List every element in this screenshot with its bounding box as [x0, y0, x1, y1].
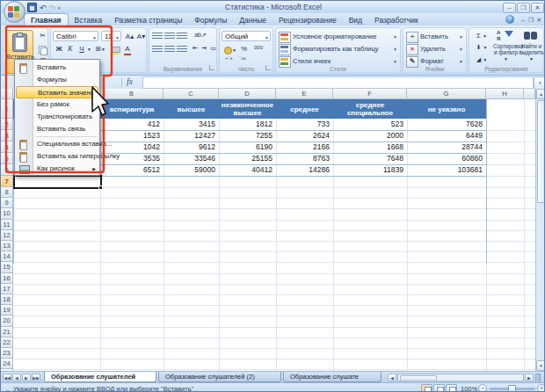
row-header-8[interactable]: 8: [1, 187, 13, 198]
row-header-15[interactable]: 15: [1, 262, 13, 272]
row-header-9[interactable]: 9: [1, 198, 13, 208]
row-header-24[interactable]: 24: [1, 359, 13, 369]
horizontal-scroll-thumb[interactable]: [400, 375, 437, 381]
table-header-cell[interactable]: высшее: [164, 99, 219, 119]
number-format-select[interactable]: Общий▼: [222, 31, 271, 41]
column-header-D[interactable]: D: [219, 89, 276, 99]
sheet-tab-1[interactable]: Образование слушателей: [44, 372, 156, 382]
styles-item-2[interactable]: Форматировать как таблицу▼: [279, 43, 397, 54]
zoom-in-icon[interactable]: +: [537, 384, 545, 392]
data-cell[interactable]: 1668: [333, 142, 407, 153]
view-page-layout-icon[interactable]: [433, 384, 445, 392]
clear-icon[interactable]: ◢ ▼: [471, 55, 492, 64]
sort-filter-button[interactable]: АЯ Сортировка и фильтр ▼: [493, 29, 519, 68]
font-name-select[interactable]: Calibri▼: [53, 31, 98, 41]
table-header-cell[interactable]: среднее: [276, 99, 333, 119]
column-header-H[interactable]: H: [486, 89, 524, 99]
row-header-4[interactable]: 4: [1, 142, 13, 153]
menu-item-вставить-связь[interactable]: Вставить связь: [16, 123, 98, 135]
orientation-icon[interactable]: ab↗: [192, 31, 209, 40]
scroll-down-icon[interactable]: ▼: [536, 360, 545, 371]
data-cell[interactable]: 7648: [333, 153, 407, 164]
fill-handle[interactable]: [98, 185, 103, 190]
bold-button[interactable]: Ж: [53, 44, 65, 54]
column-header-E[interactable]: E: [276, 89, 333, 99]
row-header-17[interactable]: 17: [1, 284, 13, 294]
autosum-icon[interactable]: Σ ▼: [471, 31, 492, 40]
last-sheet-icon[interactable]: ▶▶: [32, 374, 40, 381]
hscroll-right-icon[interactable]: ▶: [525, 374, 534, 381]
percent-icon[interactable]: %: [238, 44, 250, 54]
ribbon-tab-вид[interactable]: Вид: [343, 14, 368, 25]
horizontal-scrollbar[interactable]: [397, 374, 524, 381]
ribbon-tab-рецензирование[interactable]: Рецензирование: [272, 14, 343, 25]
align-left-icon[interactable]: [152, 46, 163, 54]
data-cell[interactable]: 7628: [407, 119, 486, 130]
workbook-minimize-icon[interactable]: –: [521, 17, 525, 23]
align-top-icon[interactable]: [152, 33, 163, 40]
decrease-decimal-icon[interactable]: ˙⁰⁰: [236, 55, 250, 64]
ribbon-tab-вставка[interactable]: Вставка: [69, 14, 109, 25]
data-cell[interactable]: 9612: [164, 142, 219, 153]
menu-item-вставить[interactable]: Вставить: [16, 62, 98, 74]
data-cell[interactable]: 12427: [164, 130, 219, 142]
expand-formula-bar-icon[interactable]: ▾: [534, 76, 545, 90]
borders-icon[interactable]: ⊞▼: [93, 44, 107, 54]
styles-item-3[interactable]: Стили ячеек▼: [279, 55, 397, 67]
row-header-6[interactable]: 6: [1, 164, 13, 176]
font-size-select[interactable]: 11▼: [101, 31, 121, 41]
row-header-20[interactable]: 20: [1, 316, 13, 326]
view-page-break-icon[interactable]: [446, 384, 457, 392]
table-header-cell[interactable]: аспирантура: [100, 99, 164, 119]
ribbon-tab-формулы[interactable]: Формулы: [188, 14, 233, 25]
row-header-3[interactable]: 3: [1, 130, 13, 142]
zoom-out-icon[interactable]: −: [478, 384, 487, 392]
vertical-scroll-thumb[interactable]: [537, 100, 545, 203]
menu-item-транспонировать[interactable]: Транспонировать: [16, 111, 98, 123]
menu-item-вставить-значения[interactable]: Вставить значения: [16, 86, 98, 98]
select-all-corner[interactable]: [1, 89, 13, 99]
row-header-12[interactable]: 12: [1, 230, 13, 241]
data-cell[interactable]: 7255: [219, 130, 276, 142]
data-cell[interactable]: 6190: [219, 142, 276, 153]
selected-cell[interactable]: [13, 175, 102, 189]
copy-icon[interactable]: [36, 43, 49, 55]
formula-input[interactable]: [142, 76, 534, 89]
data-cell[interactable]: 60860: [407, 153, 486, 164]
currency-icon[interactable]: ▼: [222, 44, 237, 46]
data-cell[interactable]: 40412: [219, 164, 276, 176]
prev-sheet-icon[interactable]: ◀: [12, 374, 21, 381]
fill-color-icon[interactable]: [109, 44, 121, 46]
row-header-14[interactable]: 14: [1, 251, 13, 262]
row-header-21[interactable]: 21: [1, 327, 13, 338]
insert-function-icon[interactable]: fx: [127, 76, 133, 86]
data-cell[interactable]: 6512: [100, 164, 164, 176]
styles-item-1[interactable]: Условное форматирование▼: [279, 31, 397, 42]
column-header-partial[interactable]: [524, 89, 535, 99]
row-header-11[interactable]: 11: [1, 220, 13, 230]
menu-item-без-рамок[interactable]: Без рамок: [16, 98, 98, 111]
align-right-icon[interactable]: [177, 46, 187, 54]
column-header-B[interactable]: B: [100, 89, 164, 99]
number-dialog-launcher[interactable]: [265, 65, 271, 70]
row-header-23[interactable]: 23: [1, 348, 13, 359]
merge-center-icon[interactable]: ▭: [207, 44, 219, 53]
workbook-close-icon[interactable]: ✕: [536, 17, 541, 24]
data-cell[interactable]: 11839: [333, 164, 407, 176]
ribbon-tab-данные[interactable]: Данные: [233, 14, 272, 25]
data-cell[interactable]: 28744: [407, 142, 486, 153]
first-sheet-icon[interactable]: ◀◀: [3, 374, 11, 381]
align-center-icon[interactable]: [164, 46, 175, 54]
row-header-22[interactable]: 22: [1, 338, 13, 348]
row-header-10[interactable]: 10: [1, 208, 13, 219]
data-cell[interactable]: 59000: [164, 164, 219, 176]
align-middle-icon[interactable]: [164, 33, 175, 40]
fill-icon[interactable]: ⬇ ▼: [471, 43, 492, 52]
data-cell[interactable]: 25155: [219, 153, 276, 164]
workbook-restore-icon[interactable]: ❐: [528, 17, 534, 24]
next-sheet-icon[interactable]: ▶: [22, 374, 31, 381]
find-select-button[interactable]: Найти и выделить ▼: [519, 29, 544, 68]
menu-item-формулы[interactable]: Формулы: [16, 74, 98, 86]
ribbon-tab-главная[interactable]: Главная: [24, 13, 69, 25]
data-cell[interactable]: 3415: [164, 119, 219, 130]
